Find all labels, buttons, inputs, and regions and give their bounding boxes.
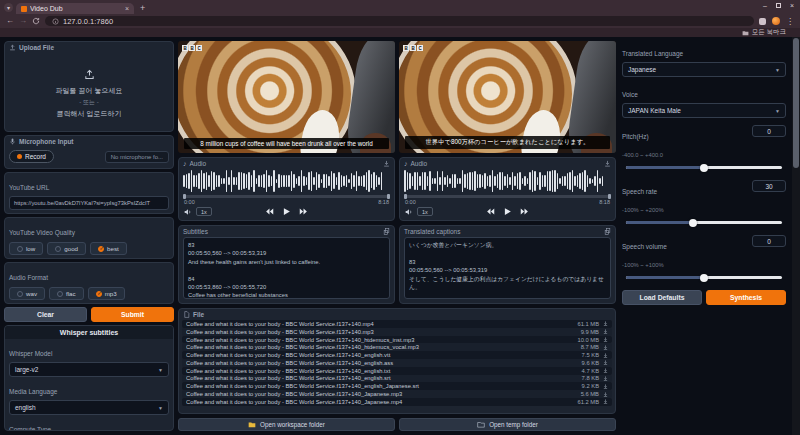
download-file-icon[interactable] <box>603 384 608 389</box>
file-row[interactable]: Coffee and what it does to your body - B… <box>182 328 612 336</box>
chevron-down-icon: ▼ <box>775 108 780 114</box>
download-audio-icon[interactable] <box>604 160 611 167</box>
file-row[interactable]: Coffee and what it does to your body - B… <box>182 382 612 390</box>
file-row[interactable]: Coffee and what it does to your body - B… <box>182 359 612 367</box>
audio-waveform[interactable] <box>183 169 390 193</box>
extensions-icon[interactable] <box>759 18 766 25</box>
source-video-player[interactable]: B B C 8 million cups of coffee will have… <box>178 41 395 153</box>
open-workspace-folder-button[interactable]: Open workspace folder <box>178 418 395 431</box>
video-caption-japanese: 世界中で800万杯のコーヒーが飲まれたことになります。 <box>405 136 610 149</box>
file-row[interactable]: Coffee and what it does to your body - B… <box>182 398 612 406</box>
download-audio-icon[interactable] <box>383 160 390 167</box>
speech-rate-input[interactable]: 30 <box>752 180 786 192</box>
copy-icon[interactable] <box>604 228 611 235</box>
time-total: 8:18 <box>378 199 389 205</box>
youtube-url-input[interactable]: https://youtu.be/0avDkD7lYKaI?si=ypIsg73… <box>9 196 169 210</box>
slider-handle[interactable] <box>700 274 708 282</box>
file-row[interactable]: Coffee and what it does to your body - B… <box>182 343 612 351</box>
reload-button[interactable] <box>32 17 40 25</box>
download-file-icon[interactable] <box>603 337 608 342</box>
file-icon <box>183 311 190 318</box>
whisper-model-select[interactable]: large-v2 ▼ <box>9 362 169 377</box>
tab-video-dub[interactable]: Video Dub × <box>16 3 134 14</box>
speech-rate-slider[interactable] <box>626 221 782 224</box>
page-scrollbar[interactable] <box>792 37 800 435</box>
tab-search-icon[interactable]: ▾ <box>4 3 13 12</box>
waveform-zoom-bar[interactable] <box>183 195 390 198</box>
skip-forward-icon[interactable] <box>299 207 308 216</box>
app-page: Upload File 파일을 끌어 놓으세요 - 또는 - 클릭해서 업로드하… <box>0 37 800 435</box>
upload-tray-icon <box>84 66 95 84</box>
file-row[interactable]: Coffee and what it does to your body - B… <box>182 320 612 328</box>
dubbed-video-player[interactable]: B B C 世界中で800万杯のコーヒーが飲まれたことになります。 <box>399 41 616 153</box>
translated-language-select[interactable]: Japanese ▼ <box>622 62 786 77</box>
speech-volume-slider[interactable] <box>626 276 782 279</box>
download-file-icon[interactable] <box>603 353 608 358</box>
clear-button[interactable]: Clear <box>4 307 87 322</box>
quality-option-best[interactable]: best <box>90 242 127 255</box>
copy-icon[interactable] <box>383 228 390 235</box>
audio-format-card: Audio Format wav flac mp3 <box>4 262 174 304</box>
synthesis-button[interactable]: Synthesis <box>706 290 786 305</box>
subtitles-textarea[interactable]: 83 00:05:50,560 --> 00:05:53,319 And the… <box>183 237 390 299</box>
address-bar[interactable]: 127.0.0.1:7860 <box>45 16 754 26</box>
pitch-input[interactable]: 0 <box>752 125 786 137</box>
speech-volume-input[interactable]: 0 <box>752 235 786 247</box>
play-icon[interactable] <box>503 207 512 216</box>
download-file-icon[interactable] <box>603 368 608 373</box>
forward-button[interactable]: → <box>19 17 27 25</box>
menu-icon[interactable]: ⋮ <box>786 17 794 26</box>
download-file-icon[interactable] <box>603 376 608 381</box>
audio-waveform[interactable] <box>404 169 611 193</box>
download-file-icon[interactable] <box>603 321 608 326</box>
download-file-icon[interactable] <box>603 399 608 404</box>
waveform-zoom-bar[interactable] <box>404 195 611 198</box>
record-button[interactable]: Record <box>9 150 54 163</box>
drop-or-text: - 또는 - <box>79 98 98 107</box>
minimize-button[interactable]: – <box>763 2 767 9</box>
submit-button[interactable]: Submit <box>91 307 174 322</box>
quality-option-low[interactable]: low <box>9 242 43 255</box>
translated-captions-textarea[interactable]: いくつか改善とパーキンソン病。 83 00:05:50,560 --> 00:0… <box>404 237 611 299</box>
download-file-icon[interactable] <box>603 329 608 334</box>
download-file-icon[interactable] <box>603 360 608 365</box>
file-row[interactable]: Coffee and what it does to your body - B… <box>182 367 612 375</box>
file-name: Coffee and what it does to your body - B… <box>186 383 578 389</box>
maximize-button[interactable] <box>776 3 781 8</box>
format-option-wav[interactable]: wav <box>9 287 45 300</box>
download-file-icon[interactable] <box>603 345 608 350</box>
site-info-icon[interactable] <box>52 18 59 25</box>
skip-back-icon[interactable] <box>265 207 274 216</box>
media-language-select[interactable]: english ▼ <box>9 400 169 415</box>
pitch-slider[interactable] <box>626 166 782 169</box>
scrollbar-thumb[interactable] <box>793 38 799 168</box>
file-row[interactable]: Coffee and what it does to your body - B… <box>182 390 612 398</box>
tab-close-icon[interactable]: × <box>125 5 129 12</box>
file-name: Coffee and what it does to your body - B… <box>186 321 573 327</box>
download-file-icon[interactable] <box>603 392 608 397</box>
file-size: 9.9 MB <box>581 329 599 335</box>
file-row[interactable]: Coffee and what it does to your body - B… <box>182 375 612 383</box>
file-row[interactable]: Coffee and what it does to your body - B… <box>182 351 612 359</box>
skip-forward-icon[interactable] <box>520 207 529 216</box>
microphone-select[interactable]: No microphone fo... <box>105 151 169 163</box>
new-tab-button[interactable]: + <box>140 3 145 13</box>
voice-select[interactable]: JAPAN Keita Male ▼ <box>622 103 786 118</box>
back-button[interactable]: ← <box>6 17 14 25</box>
file-dropzone[interactable]: 파일을 끌어 놓으세요 - 또는 - 클릭해서 업로드하기 <box>5 53 173 131</box>
subtitles-label: Subtitles <box>183 228 208 235</box>
play-icon[interactable] <box>282 207 291 216</box>
format-option-flac[interactable]: flac <box>49 287 84 300</box>
open-temp-folder-button[interactable]: Open temp folder <box>399 418 616 431</box>
browser-toolbar: ← → 127.0.0.1:7860 ⋮ <box>0 14 800 28</box>
tts-load-defaults-button[interactable]: Load Defaults <box>622 290 702 305</box>
quality-option-good[interactable]: good <box>47 242 86 255</box>
profile-avatar[interactable] <box>772 17 780 25</box>
file-row[interactable]: Coffee and what it does to your body - B… <box>182 336 612 344</box>
format-option-mp3[interactable]: mp3 <box>88 287 125 300</box>
skip-back-icon[interactable] <box>486 207 495 216</box>
slider-handle[interactable] <box>689 219 697 227</box>
slider-handle[interactable] <box>700 164 708 172</box>
all-bookmarks-button[interactable]: 모든 북마크 <box>752 28 786 37</box>
close-window-button[interactable]: × <box>790 2 794 9</box>
